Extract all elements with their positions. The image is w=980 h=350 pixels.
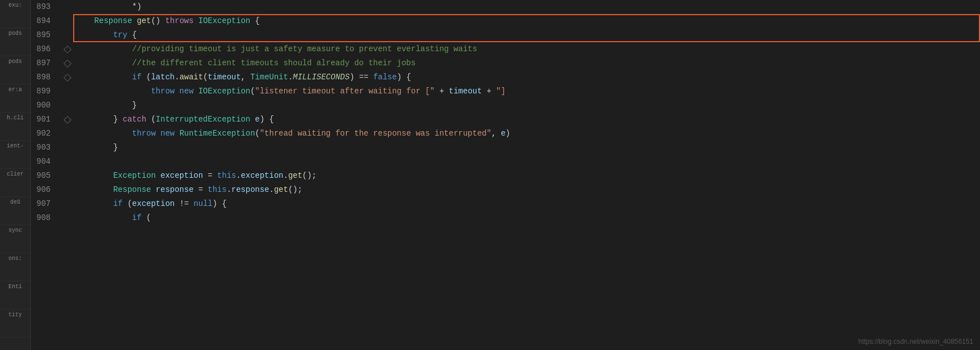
gutter-894 [62, 14, 73, 28]
gutter-906 [62, 183, 73, 197]
sidebar-item-11: tity [0, 309, 30, 338]
lines-wrapper: *) Response get() throws IOException { t… [73, 0, 980, 225]
code-901-content: } catch (InterruptedException e) { [75, 113, 274, 127]
gutter-898 [62, 70, 73, 84]
breakpoint-diamond-898 [64, 73, 71, 81]
sidebar-item-6: clier [0, 169, 30, 197]
sidebar-item-7: deS [0, 197, 30, 225]
code-900-content: } [75, 98, 137, 113]
code-line-904 [73, 155, 980, 169]
line-num-902: 902 [31, 127, 55, 141]
sidebar-label-10: Enti [8, 284, 22, 290]
gutter [62, 0, 73, 350]
watermark-text: https://blog.csdn.net/weixin_40856151 [858, 338, 973, 345]
code-line-898: if (latch.await(timeout, TimeUnit.MILLIS… [73, 70, 980, 84]
sidebar-item-5: ient- [0, 141, 30, 169]
line-num-904: 904 [31, 155, 55, 169]
code-content[interactable]: *) Response get() throws IOException { t… [73, 0, 980, 350]
sidebar-item-10: Enti [0, 281, 30, 309]
gutter-900 [62, 98, 73, 113]
gutter-895 [62, 28, 73, 42]
code-line-894: Response get() throws IOException { [73, 14, 980, 28]
code-line-897: //the different client timeouts should a… [73, 56, 980, 70]
line-num-903: 903 [31, 141, 55, 155]
sidebar-label-3: er:a [8, 87, 22, 93]
line-num-906: 906 [31, 183, 55, 197]
sidebar-label-4: h.cli [7, 115, 24, 121]
breakpoint-diamond-897 [64, 59, 71, 67]
code-894-content: Response get() throws IOException { [75, 14, 260, 28]
sidebar-label-1: pods [8, 30, 22, 37]
code-line-901: } catch (InterruptedException e) { [73, 113, 980, 127]
code-899-content: throw new IOException("listener timeout … [75, 84, 506, 98]
line-num-893: 893 [31, 0, 55, 14]
line-num-905: 905 [31, 169, 55, 183]
code-893-content: *) [75, 0, 142, 14]
sidebar-label-9: ons: [8, 255, 22, 262]
sidebar-label-0: exu: [8, 2, 22, 8]
code-line-893: *) [73, 0, 980, 14]
sidebar-label-7: deS [10, 199, 20, 205]
line-num-900: 900 [31, 98, 55, 113]
line-num-895: 895 [31, 28, 55, 42]
code-896-content: //providing timeout is just a safety mea… [75, 42, 477, 56]
gutter-896 [62, 42, 73, 56]
code-line-908: if ( [73, 211, 980, 225]
sidebar-label-5: ient- [7, 143, 24, 149]
code-line-905: Exception exception = this.exception.get… [73, 169, 980, 183]
gutter-903 [62, 141, 73, 155]
breakpoint-diamond-896 [64, 45, 71, 53]
code-906-content: Response response = this.response.get(); [75, 183, 302, 197]
code-898-content: if (latch.await(timeout, TimeUnit.MILLIS… [75, 70, 411, 84]
code-line-902: throw new RuntimeException("thread waiti… [73, 127, 980, 141]
gutter-901 [62, 113, 73, 127]
line-num-899: 899 [31, 84, 55, 98]
line-num-897: 897 [31, 56, 55, 70]
gutter-893 [62, 0, 73, 14]
code-line-895: try { [73, 28, 980, 42]
code-area[interactable]: 893 894 895 896 897 898 899 900 901 902 … [31, 0, 980, 350]
sidebar-item-9: ons: [0, 253, 30, 281]
code-line-896: //providing timeout is just a safety mea… [73, 42, 980, 56]
gutter-899 [62, 84, 73, 98]
gutter-907 [62, 197, 73, 211]
code-line-907: if (exception != null) { [73, 197, 980, 211]
line-num-894: 894 [31, 14, 55, 28]
sidebar-item-1: pods [0, 28, 30, 56]
sidebar-label-6: clier [7, 171, 24, 177]
breakpoint-diamond-901 [64, 115, 71, 123]
sidebar-item-3: er:a [0, 84, 30, 113]
editor-container: exu: pods pods er:a h.cli ient- clier de… [0, 0, 980, 350]
code-line-906: Response response = this.response.get(); [73, 183, 980, 197]
code-902-content: throw new RuntimeException("thread waiti… [75, 127, 510, 141]
gutter-897 [62, 56, 73, 70]
sidebar-item-2: pods [0, 56, 30, 84]
code-903-content: } [75, 141, 118, 155]
code-line-900: } [73, 98, 980, 113]
code-line-903: } [73, 141, 980, 155]
code-905-content: Exception exception = this.exception.get… [75, 169, 317, 183]
gutter-902 [62, 127, 73, 141]
watermark: https://blog.csdn.net/weixin_40856151 [858, 338, 973, 345]
line-num-907: 907 [31, 197, 55, 211]
line-num-898: 898 [31, 70, 55, 84]
sidebar-label-11: tity [8, 312, 22, 318]
sidebar-item-0: exu: [0, 0, 30, 28]
sidebar-item-8: sync [0, 225, 30, 253]
line-num-908: 908 [31, 211, 55, 225]
code-904-content [75, 155, 80, 169]
line-numbers: 893 894 895 896 897 898 899 900 901 902 … [31, 0, 62, 350]
sidebar-item-4: h.cli [0, 113, 30, 141]
sidebar-label-2: pods [8, 59, 22, 65]
code-895-content: try { [75, 28, 137, 42]
line-num-901: 901 [31, 113, 55, 127]
code-897-content: //the different client timeouts should a… [75, 56, 416, 70]
line-num-896: 896 [31, 42, 55, 56]
code-907-content: if (exception != null) { [75, 197, 227, 211]
gutter-904 [62, 155, 73, 169]
gutter-908 [62, 211, 73, 225]
sidebar: exu: pods pods er:a h.cli ient- clier de… [0, 0, 31, 350]
code-line-899: throw new IOException("listener timeout … [73, 84, 980, 98]
gutter-905 [62, 169, 73, 183]
code-908-content: if ( [75, 211, 151, 225]
